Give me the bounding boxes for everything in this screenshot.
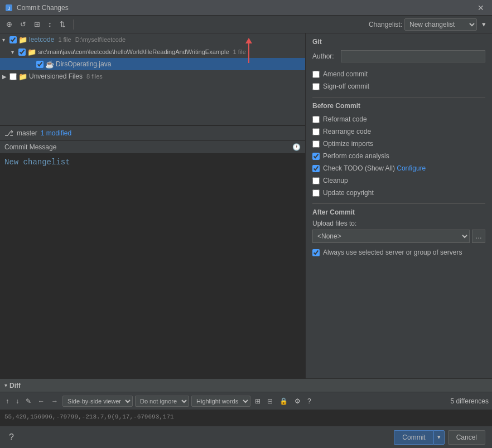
- check-todo-row: Check TODO (Show All) Configure: [312, 162, 485, 174]
- diff-lock-btn[interactable]: 🔒: [277, 396, 290, 406]
- diff-title: Diff: [9, 382, 21, 389]
- author-label: Author:: [312, 52, 337, 60]
- divider-1: [312, 97, 485, 98]
- optimize-checkbox[interactable]: [312, 140, 320, 148]
- tree-item-dirsoperating[interactable]: ☕ DirsOperating.java: [0, 58, 305, 70]
- changelist-dropdown[interactable]: ▾: [479, 18, 489, 30]
- git-section-title: Git: [312, 38, 485, 46]
- changelist-select[interactable]: New changelist: [404, 18, 477, 31]
- diff-prev-btn[interactable]: ←: [36, 396, 47, 406]
- tree-arrow-src: ▾: [11, 49, 17, 55]
- perform-analysis-label: Perform code analysis: [323, 152, 389, 160]
- diff-next-btn[interactable]: →: [49, 396, 60, 406]
- upload-row: <None> …: [312, 230, 485, 243]
- update-copyright-checkbox[interactable]: [312, 189, 320, 197]
- diff-up-btn[interactable]: ↑: [3, 396, 11, 406]
- cleanup-checkbox[interactable]: [312, 177, 320, 184]
- folder-icon-unversioned: 📁: [18, 72, 27, 81]
- signoff-commit-checkbox[interactable]: [312, 83, 320, 90]
- diff-help-btn[interactable]: ?: [305, 396, 313, 406]
- tree-label-dirsoperating: DirsOperating.java: [56, 60, 111, 68]
- tree-count-unversioned: 8 files: [86, 73, 103, 80]
- expand-icon[interactable]: ↕: [45, 18, 55, 30]
- configure-link[interactable]: Configure: [397, 164, 426, 172]
- commit-button[interactable]: Commit: [394, 430, 433, 445]
- file-tree: ▾ 📁 leetcode 1 file D:\myself\leetcode ▾…: [0, 33, 305, 125]
- tree-item-src[interactable]: ▾ 📁 src\main\java\com\leetcode\helloWorl…: [0, 46, 305, 58]
- svg-text:J: J: [8, 6, 11, 11]
- highlight-select[interactable]: Highlight words: [191, 396, 250, 407]
- signoff-commit-row: Sign-off commit: [312, 80, 485, 92]
- commit-message-area: Commit Message 🕐 New changelist: [0, 141, 305, 378]
- status-bar: ⎇ master 1 modified: [0, 125, 305, 141]
- help-button[interactable]: ?: [7, 431, 16, 444]
- action-bar: ? Commit ▾ Cancel: [0, 426, 492, 448]
- diff-section: ▾ Diff ↑ ↓ ✎ ← → Side-by-side viewer Do …: [0, 378, 492, 426]
- always-use-row: Always use selected server or group of s…: [312, 246, 485, 259]
- sort-icon[interactable]: ⇅: [57, 18, 69, 30]
- folder-icon-src: 📁: [27, 48, 36, 56]
- commit-message-header: Commit Message 🕐: [0, 141, 305, 153]
- check-todo-checkbox[interactable]: [312, 165, 320, 172]
- commit-message-input[interactable]: New changelist: [0, 153, 305, 378]
- group-icon[interactable]: ⊞: [31, 18, 43, 30]
- cancel-button[interactable]: Cancel: [448, 430, 485, 445]
- title-bar-left: J Commit Changes: [4, 3, 69, 12]
- reformat-row: Reformat code: [312, 113, 485, 125]
- right-panel: Git Author: Amend commit Sign-off commit…: [306, 33, 492, 378]
- update-copyright-label: Update copyright: [323, 189, 374, 197]
- tree-arrow-leetcode: ▾: [2, 37, 8, 43]
- folder-icon-leetcode: 📁: [18, 36, 27, 44]
- clock-icon[interactable]: 🕐: [292, 143, 301, 151]
- diff-down-btn[interactable]: ↓: [13, 396, 21, 406]
- diff-edit-btn[interactable]: ✎: [23, 396, 33, 406]
- tree-checkbox-dirsoperating[interactable]: [36, 61, 44, 68]
- diff-collapse-arrow[interactable]: ▾: [4, 382, 7, 388]
- cleanup-row: Cleanup: [312, 174, 485, 187]
- add-icon[interactable]: ⊕: [3, 18, 15, 30]
- ignore-select[interactable]: Do not ignore: [135, 396, 189, 407]
- branch-name: master: [17, 129, 37, 137]
- always-use-checkbox[interactable]: [312, 249, 320, 256]
- refresh-icon[interactable]: ↺: [17, 18, 29, 30]
- java-icon: ☕: [45, 60, 54, 69]
- tree-label-leetcode: leetcode: [29, 36, 54, 43]
- tree-checkbox-leetcode[interactable]: [9, 36, 17, 43]
- tree-checkbox-unversioned[interactable]: [9, 73, 17, 80]
- diff-toolbar: ↑ ↓ ✎ ← → Side-by-side viewer Do not ign…: [0, 392, 492, 410]
- window-title: Commit Changes: [17, 4, 69, 12]
- upload-browse-btn[interactable]: …: [472, 230, 485, 243]
- tree-count-src: 1 file: [233, 48, 246, 55]
- rearrange-checkbox[interactable]: [312, 128, 320, 135]
- author-row: Author:: [312, 50, 485, 62]
- after-commit-heading: After Commit: [312, 208, 485, 216]
- diff-settings-btn[interactable]: ⚙: [292, 396, 303, 406]
- tree-item-leetcode[interactable]: ▾ 📁 leetcode 1 file D:\myself\leetcode: [0, 33, 305, 46]
- upload-select[interactable]: <None>: [312, 230, 470, 243]
- perform-analysis-checkbox[interactable]: [312, 153, 320, 160]
- reformat-label: Reformat code: [323, 115, 367, 123]
- diff-sync-btn[interactable]: ⊞: [253, 396, 263, 406]
- main-container: ⊕ ↺ ⊞ ↕ ⇅ Changelist: New changelist ▾ ▾…: [0, 16, 492, 448]
- divider-2: [312, 203, 485, 204]
- tree-item-unversioned[interactable]: ▶ 📁 Unversioned Files 8 files: [0, 70, 305, 82]
- app-icon: J: [4, 3, 13, 12]
- amend-commit-checkbox[interactable]: [312, 71, 320, 78]
- tree-checkbox-src[interactable]: [18, 48, 26, 56]
- reformat-checkbox[interactable]: [312, 116, 320, 123]
- tree-path-leetcode: D:\myself\leetcode: [75, 36, 126, 43]
- modified-count[interactable]: 1 modified: [41, 129, 71, 137]
- close-button[interactable]: ✕: [474, 2, 488, 13]
- always-use-label: Always use selected server or group of s…: [323, 249, 462, 256]
- commit-dropdown-button[interactable]: ▾: [433, 430, 445, 445]
- viewer-select[interactable]: Side-by-side viewer: [62, 396, 133, 407]
- rearrange-row: Rearrange code: [312, 125, 485, 138]
- commit-message-label: Commit Message: [4, 143, 56, 151]
- before-commit-heading: Before Commit: [312, 102, 485, 110]
- cleanup-label: Cleanup: [323, 177, 348, 184]
- changelist-label: Changelist:: [369, 21, 402, 28]
- author-input[interactable]: [341, 50, 485, 62]
- perform-analysis-row: Perform code analysis: [312, 150, 485, 162]
- diff-columns-btn[interactable]: ⊟: [265, 396, 275, 406]
- diff-count: 5 differences: [451, 397, 489, 405]
